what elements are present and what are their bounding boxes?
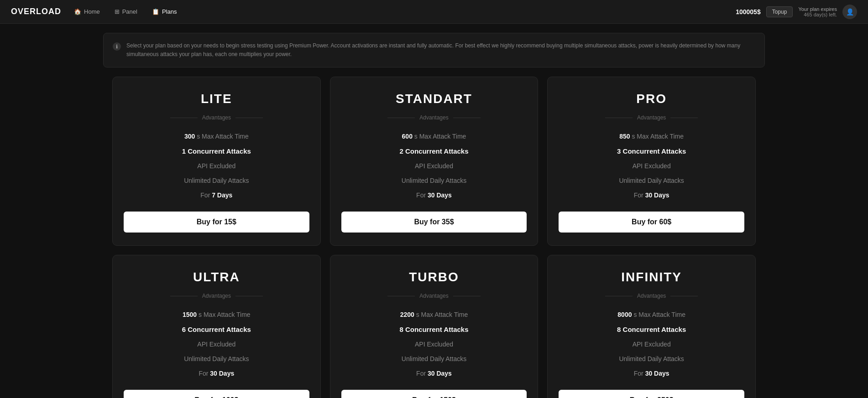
duration-prefix: For	[416, 370, 428, 377]
plan-features: 2200 s Max Attack Time 8 Concurrent Atta…	[341, 307, 527, 381]
expiry-label: Your plan expires	[798, 6, 837, 12]
daily-attacks: Unlimited Daily Attacks	[124, 351, 309, 366]
plan-card-standart: STANDART Advantages 600 s Max Attack Tim…	[330, 77, 539, 246]
daily-attacks: Unlimited Daily Attacks	[124, 173, 309, 188]
duration-prefix: For	[634, 370, 645, 377]
attack-time-value: 8000	[617, 311, 632, 318]
brand-logo: OVERLOAD	[11, 7, 61, 16]
duration-prefix: For	[416, 191, 428, 199]
attack-time-label: s Max Attack Time	[199, 311, 251, 318]
buy-button[interactable]: Buy for 60$	[559, 212, 744, 233]
plan-features: 300 s Max Attack Time 1 Concurrent Attac…	[124, 129, 309, 202]
plans-grid: LITE Advantages 300 s Max Attack Time 1 …	[112, 77, 756, 398]
nav-item-home[interactable]: 🏠 Home	[70, 6, 104, 17]
max-attack-time: 8000 s Max Attack Time	[559, 307, 744, 322]
concurrent-attacks: 8 Concurrent Attacks	[341, 322, 527, 337]
duration: For 7 Days	[124, 188, 309, 202]
expiry-info: Your plan expires 465 day(s) left.	[798, 6, 837, 17]
navbar: OVERLOAD 🏠 Home ⊞ Panel 📋 Plans 100005$ …	[0, 0, 868, 24]
concurrent-attacks: 6 Concurrent Attacks	[124, 322, 309, 337]
buy-button[interactable]: Buy for 150$	[341, 390, 527, 398]
duration-prefix: For	[634, 191, 645, 199]
duration-prefix: For	[200, 191, 212, 199]
plans-container: LITE Advantages 300 s Max Attack Time 1 …	[103, 77, 765, 398]
plan-card-pro: PRO Advantages 850 s Max Attack Time 3 C…	[547, 77, 756, 246]
plan-features: 1500 s Max Attack Time 6 Concurrent Atta…	[124, 307, 309, 381]
plans-icon: 📋	[152, 8, 159, 15]
advantages-label: Advantages	[559, 114, 744, 121]
duration-value: 30 Days	[645, 191, 669, 199]
attack-time-value: 600	[402, 133, 413, 140]
duration: For 30 Days	[124, 366, 309, 381]
plan-card-lite: LITE Advantages 300 s Max Attack Time 1 …	[112, 77, 321, 246]
plan-features: 600 s Max Attack Time 2 Concurrent Attac…	[341, 129, 527, 202]
daily-attacks: Unlimited Daily Attacks	[341, 173, 527, 188]
plan-name: ULTRA	[193, 270, 240, 284]
advantages-label: Advantages	[124, 114, 309, 121]
info-text: Select your plan based on your needs to …	[126, 41, 755, 59]
duration: For 30 Days	[559, 366, 744, 381]
plan-name: INFINITY	[621, 270, 682, 284]
attack-time-value: 1500	[183, 311, 197, 318]
nav-item-plans[interactable]: 📋 Plans	[148, 6, 181, 17]
concurrent-attacks: 1 Concurrent Attacks	[124, 144, 309, 159]
concurrent-attacks: 2 Concurrent Attacks	[341, 144, 527, 159]
plan-features: 8000 s Max Attack Time 8 Concurrent Atta…	[559, 307, 744, 381]
nav-plans-label: Plans	[162, 8, 177, 15]
info-box: ℹ Select your plan based on your needs t…	[103, 33, 765, 67]
attack-time-value: 850	[619, 133, 630, 140]
buy-button[interactable]: Buy for 250$	[559, 390, 744, 398]
buy-button[interactable]: Buy for 15$	[124, 212, 309, 233]
plan-card-ultra: ULTRA Advantages 1500 s Max Attack Time …	[112, 255, 321, 398]
max-attack-time: 2200 s Max Attack Time	[341, 307, 527, 322]
advantages-label: Advantages	[341, 293, 527, 299]
nav-home-label: Home	[84, 8, 100, 15]
advantages-label: Advantages	[559, 293, 744, 299]
plan-name: STANDART	[396, 92, 472, 106]
nav-item-panel[interactable]: ⊞ Panel	[111, 6, 141, 17]
buy-button[interactable]: Buy for 100$	[124, 390, 309, 398]
api-feature: API Excluded	[559, 159, 744, 173]
api-feature: API Excluded	[559, 337, 744, 351]
duration-value: 30 Days	[428, 370, 452, 377]
api-feature: API Excluded	[124, 159, 309, 173]
plan-features: 850 s Max Attack Time 3 Concurrent Attac…	[559, 129, 744, 202]
attack-time-value: 300	[184, 133, 195, 140]
duration-value: 7 Days	[212, 191, 232, 199]
daily-attacks: Unlimited Daily Attacks	[559, 173, 744, 188]
navbar-right: 100005$ Topup Your plan expires 465 day(…	[736, 5, 857, 19]
duration-prefix: For	[199, 370, 210, 377]
duration: For 30 Days	[559, 188, 744, 202]
daily-attacks: Unlimited Daily Attacks	[559, 351, 744, 366]
panel-icon: ⊞	[115, 8, 120, 15]
max-attack-time: 600 s Max Attack Time	[341, 129, 527, 144]
duration-value: 30 Days	[428, 191, 452, 199]
plan-card-infinity: INFINITY Advantages 8000 s Max Attack Ti…	[547, 255, 756, 398]
attack-time-label: s Max Attack Time	[416, 311, 468, 318]
nav-panel-label: Panel	[122, 8, 137, 15]
topup-button[interactable]: Topup	[766, 6, 793, 17]
advantages-label: Advantages	[124, 293, 309, 299]
attack-time-label: s Max Attack Time	[414, 133, 466, 140]
buy-button[interactable]: Buy for 35$	[341, 212, 527, 233]
plan-name: PRO	[636, 92, 667, 106]
max-attack-time: 850 s Max Attack Time	[559, 129, 744, 144]
api-feature: API Excluded	[124, 337, 309, 351]
daily-attacks: Unlimited Daily Attacks	[341, 351, 527, 366]
duration: For 30 Days	[341, 188, 527, 202]
duration-value: 30 Days	[210, 370, 234, 377]
attack-time-value: 2200	[400, 311, 414, 318]
avatar[interactable]: 👤	[842, 5, 857, 19]
plan-card-turbo: TURBO Advantages 2200 s Max Attack Time …	[330, 255, 539, 398]
api-feature: API Excluded	[341, 159, 527, 173]
api-feature: API Excluded	[341, 337, 527, 351]
attack-time-label: s Max Attack Time	[632, 133, 684, 140]
attack-time-label: s Max Attack Time	[633, 311, 685, 318]
navbar-left: OVERLOAD 🏠 Home ⊞ Panel 📋 Plans	[11, 6, 180, 17]
duration: For 30 Days	[341, 366, 527, 381]
duration-value: 30 Days	[645, 370, 669, 377]
plan-name: TURBO	[409, 270, 459, 284]
plan-name: LITE	[201, 92, 232, 106]
concurrent-attacks: 8 Concurrent Attacks	[559, 322, 744, 337]
avatar-icon: 👤	[846, 8, 854, 16]
